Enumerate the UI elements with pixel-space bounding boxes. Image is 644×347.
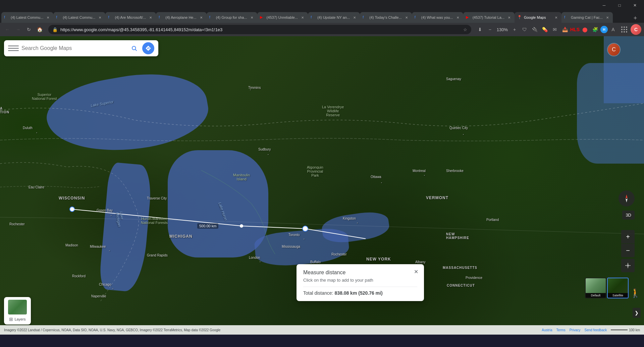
title-bar: ─ □ ✕ (0, 0, 644, 11)
facebook-favicon-7: f (363, 15, 367, 20)
compass-button[interactable] (619, 190, 635, 207)
star-icon[interactable]: ☆ (463, 27, 467, 32)
attribution-scale-container: 100 km (611, 328, 640, 332)
attribution-links: Austria Terms Privacy Send feedback 100 … (542, 328, 640, 332)
address-bar[interactable]: 🔒 https://www.google.com/maps/@45.345839… (48, 25, 471, 34)
extension-hls[interactable]: HLS (570, 25, 580, 34)
maps-favicon: 📍 (517, 15, 522, 20)
lake-huron (168, 150, 268, 257)
apps-button[interactable] (619, 24, 630, 35)
3d-button[interactable]: 3D (622, 211, 635, 220)
layers-minimap-image (8, 300, 27, 314)
tab-close-10[interactable]: ✕ (506, 15, 512, 20)
tab-latest-comm-2[interactable]: f (4) Latest Commu... ✕ (53, 12, 105, 23)
layers-minimap (8, 300, 27, 314)
maximize-button[interactable]: □ (612, 0, 627, 11)
tab-title-6: (4537) Unreliable... (267, 15, 298, 19)
toolbar-icons: ⬇ − 130% + 🛡 🔌 💊 ✉ 📥 HLS ⬤ 🧩 H A (475, 24, 641, 35)
zoom-controls: + − (621, 230, 635, 257)
map-chip-default[interactable]: Default (585, 278, 606, 298)
tab-close[interactable]: ✕ (45, 15, 51, 20)
extension-h[interactable]: H (600, 26, 608, 33)
user-avatar[interactable]: C (631, 24, 641, 35)
tab-gaming-cat[interactable]: f Gaming Cat | Fac... ✕ (561, 12, 613, 23)
extension-icon-4[interactable]: 📥 (560, 25, 570, 34)
tab-title-11: Google Maps (524, 15, 551, 19)
facebook-favicon-3: f (108, 15, 113, 20)
measure-popup: ✕ Measure distance Click on the map to a… (297, 264, 424, 301)
tab-aeroplane[interactable]: f (4) Aeroplane He... ✕ (156, 12, 206, 23)
street-view-person[interactable]: 🚶 (630, 288, 641, 298)
layers-label-row: ⊞ Layers (9, 316, 25, 322)
home-button[interactable]: 🏠 (35, 25, 44, 34)
tab-microsoft[interactable]: f (4) Are Microsoft/... ✕ (105, 12, 156, 23)
measure-popup-total: Total distance: 838.08 km (520.76 mi) (303, 287, 417, 296)
tab-title-7: (4) Upstate NY an... (317, 15, 350, 19)
map-container[interactable]: Timmins • La VerendryeWildlifeReserve Qu… (0, 36, 644, 335)
tab-close-2[interactable]: ✕ (97, 15, 103, 20)
attribution-scale: 100 km (629, 328, 640, 332)
tab-close-12[interactable]: ✕ (605, 15, 610, 20)
tab-what-was[interactable]: f (4) What was you... ✕ (412, 12, 463, 23)
hamburger-line-2 (8, 48, 19, 49)
back-button[interactable]: ← (3, 25, 12, 34)
tab-upstate[interactable]: f (4) Upstate NY an... ✕ (308, 12, 360, 23)
map-user-avatar[interactable]: C (607, 43, 621, 56)
zoom-out-icon[interactable]: − (485, 25, 495, 34)
svg-marker-9 (626, 198, 628, 203)
tab-close-9[interactable]: ✕ (455, 15, 461, 20)
attribution-country[interactable]: Austria (542, 328, 552, 332)
svg-line-7 (135, 49, 137, 51)
distance-label: 500.00 km (197, 223, 218, 229)
directions-button[interactable] (142, 42, 154, 54)
extension-icon-2[interactable]: 💊 (540, 25, 549, 34)
attribution-feedback[interactable]: Send feedback (584, 328, 607, 332)
tab-title-9: (4) What was you... (421, 15, 453, 19)
shield-icon[interactable]: 🛡 (520, 25, 529, 34)
minimize-button[interactable]: ─ (596, 0, 612, 11)
search-input[interactable] (21, 45, 126, 51)
search-button[interactable] (129, 43, 140, 54)
tab-strip-end: + (631, 13, 643, 23)
extension-icon-1[interactable]: 🔌 (530, 25, 539, 34)
tab-close-5[interactable]: ✕ (249, 15, 255, 20)
measure-popup-title: Measure distance (303, 270, 417, 276)
new-tab-button[interactable]: + (631, 13, 640, 23)
attribution-privacy[interactable]: Privacy (570, 328, 581, 332)
extension-icon-3[interactable]: ✉ (550, 25, 559, 34)
svg-point-6 (132, 46, 136, 50)
zoom-out-button[interactable]: − (621, 244, 635, 257)
tab-close-3[interactable]: ✕ (148, 15, 153, 20)
search-box (4, 40, 158, 56)
tab-title-4: (4) Aeroplane He... (165, 15, 196, 19)
layers-text: Layers (14, 317, 25, 321)
map-chip-satellite[interactable]: Satellite (607, 278, 629, 298)
svg-marker-8 (626, 194, 628, 198)
extension-puzzle[interactable]: 🧩 (590, 25, 600, 34)
tab-close-7[interactable]: ✕ (352, 15, 357, 20)
extension-a[interactable]: A (608, 25, 618, 34)
hamburger-menu[interactable] (8, 43, 19, 54)
tab-todays[interactable]: f (4) Today's Challe... ✕ (360, 12, 412, 23)
tab-close-6[interactable]: ✕ (300, 15, 305, 20)
zoom-in-button[interactable]: + (621, 230, 635, 243)
refresh-button[interactable]: ↻ (24, 25, 34, 34)
close-button[interactable]: ✕ (627, 0, 643, 11)
layers-button[interactable]: ⊞ Layers (4, 297, 31, 325)
tab-close-8[interactable]: ✕ (404, 15, 409, 20)
tab-group[interactable]: f (4) Group for sha... ✕ (207, 12, 257, 23)
forward-button[interactable]: → (13, 25, 23, 34)
measure-popup-close-button[interactable]: ✕ (412, 268, 420, 276)
tab-close-4[interactable]: ✕ (199, 15, 204, 20)
tab-latest-comm-1[interactable]: f (4) Latest Commu... ✕ (1, 12, 53, 23)
tab-close-11[interactable]: ✕ (553, 15, 559, 20)
extension-red[interactable]: ⬤ (580, 25, 590, 34)
tab-youtube-2[interactable]: ▶ (4537) Tutorial La... ✕ (463, 12, 515, 23)
tab-youtube-1[interactable]: ▶ (4537) Unreliable... ✕ (257, 12, 308, 23)
my-location-button[interactable] (621, 259, 635, 272)
expand-button[interactable]: ❯ (633, 308, 641, 318)
zoom-in-icon[interactable]: + (510, 25, 519, 34)
download-icon[interactable]: ⬇ (475, 25, 485, 34)
attribution-terms[interactable]: Terms (556, 328, 565, 332)
tab-google-maps[interactable]: 📍 Google Maps ✕ (515, 12, 561, 23)
